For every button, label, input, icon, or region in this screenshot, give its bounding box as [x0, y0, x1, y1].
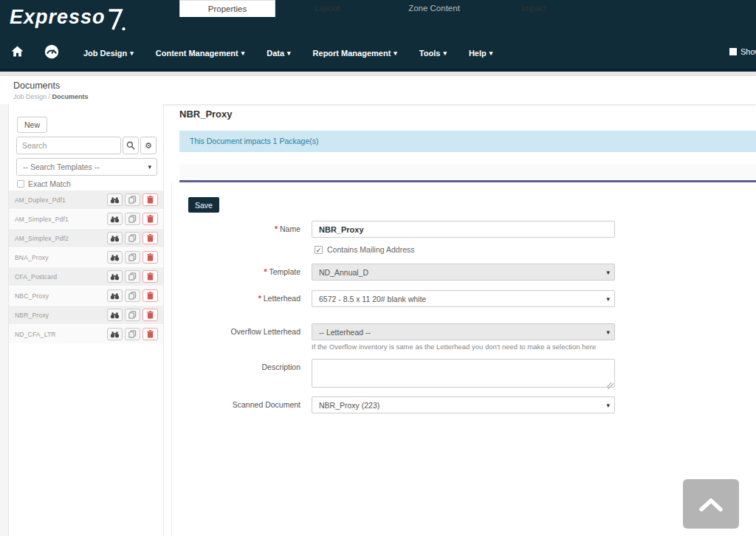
- trash-icon: [147, 292, 154, 300]
- document-row[interactable]: AM_Simplex_Pdf1: [9, 210, 163, 228]
- search-settings-button[interactable]: ⚙: [140, 137, 157, 154]
- delete-button[interactable]: [142, 251, 158, 264]
- document-list: AM_Duplex_Pdf1 AM_Simplex_Pdf1 AM_Simple…: [9, 190, 163, 344]
- exact-match-checkbox[interactable]: [17, 180, 24, 188]
- template-value: ND_Annual_D: [319, 268, 368, 277]
- chevron-down-icon: ▾: [394, 50, 397, 57]
- delete-button[interactable]: [142, 309, 158, 321]
- copy-button[interactable]: [125, 213, 140, 225]
- scanned-document-select[interactable]: NBR_Proxy (223) ▾: [312, 396, 615, 413]
- mailing-address-checkbox[interactable]: ✓: [315, 246, 323, 254]
- document-row[interactable]: BNA_Proxy: [9, 248, 163, 267]
- delete-button[interactable]: [142, 270, 158, 283]
- trash-icon: [147, 330, 154, 338]
- nav-item-content-management[interactable]: Content Management ▾: [156, 49, 244, 58]
- dashboard-gauge-icon[interactable]: [44, 44, 59, 62]
- home-icon[interactable]: [11, 46, 24, 60]
- tab-properties[interactable]: Properties: [179, 0, 275, 17]
- binoculars-icon: [110, 331, 120, 338]
- name-input[interactable]: [312, 221, 615, 238]
- view-button[interactable]: [107, 328, 123, 340]
- chevron-down-icon: ▾: [606, 269, 610, 276]
- tab-layout[interactable]: Layout: [275, 0, 379, 16]
- scroll-to-top-button[interactable]: [683, 479, 739, 529]
- breadcrumb-parent[interactable]: Job Design: [13, 93, 47, 100]
- gear-icon: ⚙: [145, 141, 152, 151]
- copy-button[interactable]: [125, 232, 140, 244]
- tab-impact[interactable]: Impact: [489, 0, 578, 16]
- chevron-down-icon: ▾: [606, 296, 610, 303]
- copy-button[interactable]: [125, 193, 140, 206]
- document-name[interactable]: AM_Simplex_Pdf1: [15, 216, 69, 223]
- nav-item-tools[interactable]: Tools ▾: [419, 49, 447, 58]
- main-nav: Job Design ▾ Content Management ▾ Data ▾…: [83, 44, 492, 62]
- chevron-down-icon: ▾: [443, 50, 447, 57]
- document-name[interactable]: BNA_Proxy: [15, 254, 49, 261]
- row-actions: [107, 289, 158, 302]
- overflow-letterhead-value: -- Letterhead --: [319, 328, 371, 337]
- brand-logo-text: Expresso: [10, 6, 106, 29]
- impact-banner: This Document impacts 1 Package(s): [179, 131, 756, 152]
- delete-button[interactable]: [142, 193, 158, 206]
- view-button[interactable]: [107, 309, 123, 321]
- view-button[interactable]: [107, 193, 123, 206]
- copy-button[interactable]: [125, 251, 140, 264]
- overflow-letterhead-label: Overflow Letterhead: [179, 327, 300, 336]
- row-actions: [107, 213, 158, 225]
- nav-item-job-design[interactable]: Job Design ▾: [83, 49, 134, 58]
- new-document-button[interactable]: New: [17, 117, 47, 133]
- overflow-letterhead-select: -- Letterhead -- ▾: [312, 323, 615, 340]
- row-actions: [107, 251, 158, 264]
- document-name[interactable]: NBC_Proxy: [15, 292, 49, 300]
- mailing-address-row[interactable]: ✓ Contains Mailing Address: [315, 245, 414, 254]
- template-select: ND_Annual_D ▾: [312, 264, 615, 281]
- document-row[interactable]: NBC_Proxy: [9, 286, 163, 305]
- save-button[interactable]: Save: [188, 197, 219, 213]
- letterhead-select[interactable]: 6572 - 8.5 x 11 20# blank white ▾: [312, 290, 615, 307]
- document-row[interactable]: NBR_Proxy: [9, 306, 163, 324]
- document-name[interactable]: AM_Duplex_Pdf1: [15, 196, 66, 204]
- document-name[interactable]: ND_CFA_LTR: [15, 331, 56, 338]
- nav-item-data[interactable]: Data ▾: [267, 49, 290, 58]
- tab-accent-line: [179, 180, 756, 182]
- nav-item-help[interactable]: Help ▾: [469, 49, 492, 58]
- exact-match-row[interactable]: Exact Match: [17, 179, 71, 188]
- document-name[interactable]: NBR_Proxy: [15, 312, 49, 319]
- document-row[interactable]: ND_CFA_LTR: [9, 325, 163, 343]
- show-toggle[interactable]: Show: [729, 47, 756, 56]
- document-row[interactable]: AM_Simplex_Pdf2: [9, 229, 163, 247]
- copy-button[interactable]: [125, 289, 140, 302]
- page-title: Documents: [13, 80, 60, 91]
- binoculars-icon: [110, 235, 120, 242]
- document-name[interactable]: AM_Simplex_Pdf2: [15, 235, 69, 242]
- delete-button[interactable]: [142, 213, 158, 225]
- view-button[interactable]: [107, 232, 123, 244]
- copy-button[interactable]: [125, 309, 140, 321]
- delete-button[interactable]: [142, 232, 158, 244]
- copy-button[interactable]: [125, 270, 140, 283]
- search-input[interactable]: [16, 137, 121, 154]
- document-title: NBR_Proxy: [179, 109, 233, 120]
- view-button[interactable]: [107, 289, 123, 302]
- search-templates-select[interactable]: -- Search Templates -- ▾: [16, 158, 157, 176]
- show-checkbox[interactable]: [729, 48, 737, 55]
- show-label: Show: [740, 47, 756, 56]
- document-row[interactable]: AM_Duplex_Pdf1: [9, 190, 163, 209]
- nav-item-label: Content Management: [156, 49, 238, 58]
- trash-icon: [147, 253, 154, 261]
- nav-item-report-management[interactable]: Report Management ▾: [313, 49, 397, 58]
- document-row[interactable]: CFA_Postcard: [9, 267, 163, 286]
- chevron-down-icon: ▾: [130, 50, 134, 57]
- document-name[interactable]: CFA_Postcard: [15, 273, 57, 281]
- mailing-address-label: Contains Mailing Address: [327, 245, 414, 254]
- search-button[interactable]: [123, 137, 139, 154]
- copy-button[interactable]: [125, 328, 140, 340]
- delete-button[interactable]: [142, 289, 158, 302]
- view-button[interactable]: [107, 251, 123, 264]
- view-button[interactable]: [107, 213, 123, 225]
- scanned-document-label: Scanned Document: [179, 400, 300, 409]
- view-button[interactable]: [107, 270, 123, 283]
- description-textarea[interactable]: [312, 359, 615, 388]
- delete-button[interactable]: [142, 328, 158, 340]
- resize-grip[interactable]: [607, 382, 614, 389]
